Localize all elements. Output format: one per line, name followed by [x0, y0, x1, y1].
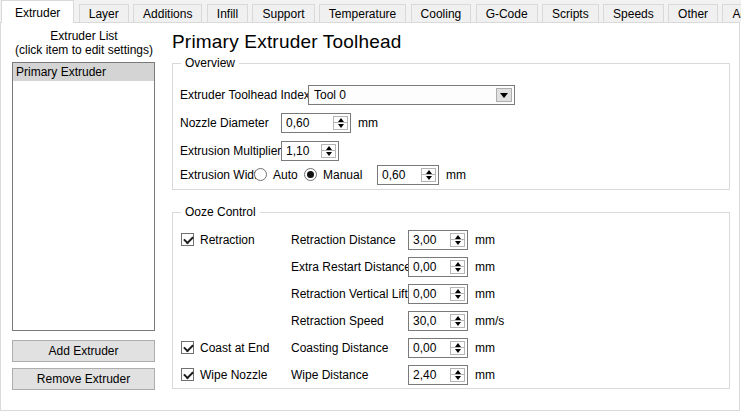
extra-restart-distance-value: 0,00 — [413, 258, 436, 276]
wipe-distance-label: Wipe Distance — [291, 365, 368, 385]
extrusion-multiplier-value: 1,10 — [286, 142, 309, 160]
retraction-speed-spinner[interactable]: 30,0 — [408, 311, 468, 331]
toolhead-index-row: Extruder Toolhead Index Tool 0 — [173, 85, 731, 105]
extrusion-width-manual-radio[interactable] — [304, 168, 317, 181]
extruder-list-title: Extruder List — [8, 29, 160, 43]
ooze-control-legend: Ooze Control — [181, 205, 260, 220]
list-item-primary-extruder[interactable]: Primary Extruder — [13, 63, 154, 81]
chevron-down-icon — [500, 93, 508, 98]
spinner-buttons[interactable] — [450, 368, 465, 382]
spinner-buttons[interactable] — [333, 116, 348, 130]
overview-legend: Overview — [181, 56, 239, 71]
retraction-distance-spinner[interactable]: 3,00 — [408, 230, 468, 250]
spin-down-icon[interactable] — [451, 375, 464, 381]
extruder-list-subtitle: (click item to edit settings) — [8, 43, 160, 57]
extruder-list[interactable]: Primary Extruder — [12, 62, 155, 331]
add-extruder-button[interactable]: Add Extruder — [12, 340, 155, 362]
wipe-distance-spinner[interactable]: 2,40 — [408, 365, 468, 385]
extrusion-width-unit: mm — [446, 165, 466, 185]
ooze-control-groupbox: Ooze Control Retraction Coast at End Wip… — [172, 212, 730, 389]
retraction-vertical-lift-label: Retraction Vertical Lift — [291, 284, 408, 304]
overview-groupbox: Overview Extruder Toolhead Index Tool 0 … — [172, 63, 730, 190]
coasting-distance-spinner[interactable]: 0,00 — [408, 338, 468, 358]
extrusion-width-manual-label[interactable]: Manual — [323, 165, 362, 185]
retraction-distance-unit: mm — [475, 230, 495, 250]
tab-infill[interactable]: Infill — [207, 4, 248, 22]
spin-down-icon[interactable] — [451, 267, 464, 273]
spinner-buttons[interactable] — [321, 144, 336, 158]
retraction-distance-label: Retraction Distance — [291, 230, 396, 250]
spin-down-icon[interactable] — [451, 348, 464, 354]
tab-cooling[interactable]: Cooling — [411, 4, 472, 22]
nozzle-diameter-value: 0,60 — [286, 114, 309, 132]
tab-additions[interactable]: Additions — [133, 4, 202, 22]
tab-gcode[interactable]: G-Code — [476, 4, 538, 22]
remove-extruder-button[interactable]: Remove Extruder — [12, 368, 155, 390]
retraction-vertical-lift-spinner[interactable]: 0,00 — [408, 284, 468, 304]
extrusion-width-auto-label[interactable]: Auto — [273, 165, 298, 185]
spin-down-icon[interactable] — [451, 321, 464, 327]
tab-advanced[interactable]: Advanced — [722, 4, 741, 22]
tab-extruder[interactable]: Extruder — [1, 0, 74, 23]
retraction-vertical-lift-value: 0,00 — [413, 285, 436, 303]
retraction-distance-row: Retraction Distance 3,00 mm — [173, 230, 731, 250]
nozzle-diameter-spinner[interactable]: 0,60 — [281, 113, 351, 133]
wipe-distance-value: 2,40 — [413, 366, 436, 384]
tab-other[interactable]: Other — [668, 4, 718, 22]
spin-down-icon[interactable] — [451, 240, 464, 246]
extrusion-width-row: Extrusion Width Auto Manual 0,60 mm — [173, 165, 731, 185]
spinner-buttons[interactable] — [450, 260, 465, 274]
wipe-distance-row: Wipe Distance 2,40 mm — [173, 365, 731, 385]
extrusion-multiplier-row: Extrusion Multiplier 1,10 — [173, 141, 731, 161]
retraction-speed-row: Retraction Speed 30,0 mm/s — [173, 311, 731, 331]
coasting-distance-value: 0,00 — [413, 339, 436, 357]
spinner-buttons[interactable] — [421, 168, 436, 182]
tab-scripts[interactable]: Scripts — [542, 4, 599, 22]
nozzle-diameter-label: Nozzle Diameter — [180, 113, 269, 133]
toolhead-index-label: Extruder Toolhead Index — [180, 85, 310, 105]
tab-support[interactable]: Support — [252, 4, 314, 22]
extrusion-width-label: Extrusion Width — [180, 165, 264, 185]
toolhead-index-value: Tool 0 — [314, 86, 346, 104]
spinner-buttons[interactable] — [450, 314, 465, 328]
spinner-buttons[interactable] — [450, 233, 465, 247]
extra-restart-distance-unit: mm — [475, 257, 495, 277]
extrusion-width-value: 0,60 — [382, 166, 405, 184]
retraction-distance-value: 3,00 — [413, 231, 436, 249]
wipe-distance-unit: mm — [475, 365, 495, 385]
retraction-speed-unit: mm/s — [475, 311, 504, 331]
extrusion-multiplier-spinner[interactable]: 1,10 — [281, 141, 339, 161]
page-title: Primary Extruder Toolhead — [172, 31, 402, 53]
spin-down-icon[interactable] — [451, 294, 464, 300]
extra-restart-distance-spinner[interactable]: 0,00 — [408, 257, 468, 277]
extrusion-width-spinner[interactable]: 0,60 — [377, 165, 439, 185]
coasting-distance-unit: mm — [475, 338, 495, 358]
spin-down-icon[interactable] — [422, 175, 435, 181]
spinner-buttons[interactable] — [450, 341, 465, 355]
toolhead-index-dropdown[interactable]: Tool 0 — [308, 85, 515, 105]
spinner-buttons[interactable] — [450, 287, 465, 301]
tab-temperature[interactable]: Temperature — [319, 4, 406, 22]
dropdown-arrow-button[interactable] — [496, 88, 512, 102]
tab-layer[interactable]: Layer — [79, 4, 129, 22]
coasting-distance-row: Coasting Distance 0,00 mm — [173, 338, 731, 358]
extrusion-width-auto-radio[interactable] — [254, 168, 267, 181]
tab-speeds[interactable]: Speeds — [603, 4, 664, 22]
retraction-vertical-lift-unit: mm — [475, 284, 495, 304]
retraction-vertical-lift-row: Retraction Vertical Lift 0,00 mm — [173, 284, 731, 304]
extra-restart-distance-row: Extra Restart Distance 0,00 mm — [173, 257, 731, 277]
extra-restart-distance-label: Extra Restart Distance — [291, 257, 411, 277]
spin-down-icon[interactable] — [322, 151, 335, 157]
coasting-distance-label: Coasting Distance — [291, 338, 388, 358]
retraction-speed-value: 30,0 — [413, 312, 436, 330]
spin-down-icon[interactable] — [334, 123, 347, 129]
nozzle-diameter-row: Nozzle Diameter 0,60 mm — [173, 113, 731, 133]
app-window: Extruder Layer Additions Infill Support … — [0, 0, 741, 415]
retraction-speed-label: Retraction Speed — [291, 311, 384, 331]
nozzle-diameter-unit: mm — [358, 113, 378, 133]
tab-bar: Extruder Layer Additions Infill Support … — [1, 0, 741, 23]
extrusion-multiplier-label: Extrusion Multiplier — [180, 141, 281, 161]
